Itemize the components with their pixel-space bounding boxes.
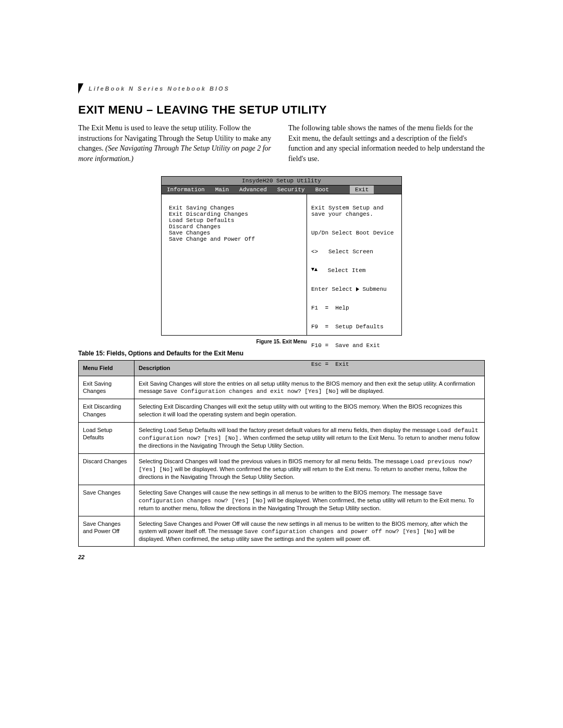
bios-tab-advanced[interactable]: Advanced [234, 186, 272, 194]
bios-right-pane: Exit System Setup and save your changes.… [307, 194, 401, 335]
fields-table: Menu Field Description Exit Saving Chang… [78, 360, 485, 547]
document-page: LifeBook N Series Notebook BIOS EXIT MEN… [78, 0, 485, 581]
cell-field: Save Changes [79, 485, 134, 516]
bios-help-text: Exit System Setup and save your changes. [311, 205, 397, 217]
bios-body: Exit Saving Changes Exit Discarding Chan… [162, 194, 401, 335]
hint-arrows: Select Item [311, 267, 397, 274]
bios-tab-bar: Information Main Advanced Security Boot … [162, 186, 401, 194]
bios-item-discard[interactable]: Discard Changes [169, 224, 307, 230]
bios-tab-boot[interactable]: Boot [310, 186, 334, 194]
table-row: Exit Saving Changes Exit Saving Changes … [79, 376, 485, 399]
cell-field: Discard Changes [79, 453, 134, 485]
bios-left-pane: Exit Saving Changes Exit Discarding Chan… [162, 194, 307, 335]
hint-enter: Enter Select Submenu [311, 286, 397, 292]
bios-tab-main[interactable]: Main [210, 186, 234, 194]
bios-item-exit-saving[interactable]: Exit Saving Changes [169, 205, 307, 211]
th-menu-field: Menu Field [79, 361, 134, 376]
intro-left-ref: (See Navigating Through The Setup Utilit… [78, 144, 271, 163]
intro-right: The following table shows the names of t… [288, 123, 485, 164]
table-row: Load Setup Defaults Selecting Load Setup… [79, 422, 485, 453]
bios-panel: InsydeH20 Setup Utility Information Main… [161, 176, 402, 336]
bios-tab-information[interactable]: Information [162, 186, 210, 194]
cell-desc: Exit Saving Changes will store the entri… [134, 376, 485, 399]
running-head-text: LifeBook N Series Notebook BIOS [89, 85, 230, 92]
hint-f10: F10 = Save and Exit [311, 342, 397, 349]
bios-tab-security[interactable]: Security [272, 186, 310, 194]
cell-desc: Selecting Discard Changes will load the … [134, 453, 485, 485]
bios-item-exit-discarding[interactable]: Exit Discarding Changes [169, 211, 307, 217]
cell-field: Save Changes and Power Off [79, 516, 134, 547]
cell-desc: Selecting Save Changes and Power Off wil… [134, 516, 485, 547]
hint-f1: F1 = Help [311, 305, 397, 311]
th-description: Description [134, 361, 485, 376]
hint-leftright: <> Select Screen [311, 249, 397, 255]
cell-field: Exit Saving Changes [79, 376, 134, 399]
cell-field: Load Setup Defaults [79, 422, 134, 453]
table-caption: Table 15: Fields, Options and Defaults f… [78, 350, 485, 357]
cell-desc: Selecting Save Changes will cause the ne… [134, 485, 485, 516]
hint-updn: Up/Dn Select Boot Device [311, 230, 397, 236]
table-row: Exit Discarding Changes Selecting Exit D… [79, 399, 485, 423]
intro-left: The Exit Menu is used to leave the setup… [78, 123, 275, 164]
page-number: 22 [78, 554, 485, 560]
bios-item-load-defaults[interactable]: Load Setup Defaults [169, 217, 307, 224]
cell-desc: Selecting Exit Discarding Changes will e… [134, 399, 485, 423]
cell-field: Exit Discarding Changes [79, 399, 134, 423]
running-header: LifeBook N Series Notebook BIOS [78, 83, 485, 94]
table-row: Discard Changes Selecting Discard Change… [79, 453, 485, 485]
hint-esc: Esc = Exit [311, 361, 397, 367]
intro-columns: The Exit Menu is used to leave the setup… [78, 123, 485, 164]
arrows-icon [311, 268, 317, 273]
cell-desc: Selecting Load Setup Defaults will load … [134, 422, 485, 453]
page-title: EXIT MENU – LEAVING THE SETUP UTILITY [78, 103, 485, 117]
figure-caption: Figure 15. Exit Menu [78, 339, 485, 344]
bios-tab-exit[interactable]: Exit [350, 186, 374, 194]
hint-f9: F9 = Setup Defaults [311, 324, 397, 330]
bios-title: InsydeH20 Setup Utility [162, 177, 401, 186]
bios-item-save[interactable]: Save Changes [169, 230, 307, 236]
table-row: Save Changes Selecting Save Changes will… [79, 485, 485, 516]
bios-item-save-power-off[interactable]: Save Change and Power Off [169, 236, 307, 242]
bios-key-hints: Up/Dn Select Boot Device <> Select Scree… [311, 217, 397, 380]
table-row: Save Changes and Power Off Selecting Sav… [79, 516, 485, 547]
header-mark-icon [78, 83, 83, 94]
